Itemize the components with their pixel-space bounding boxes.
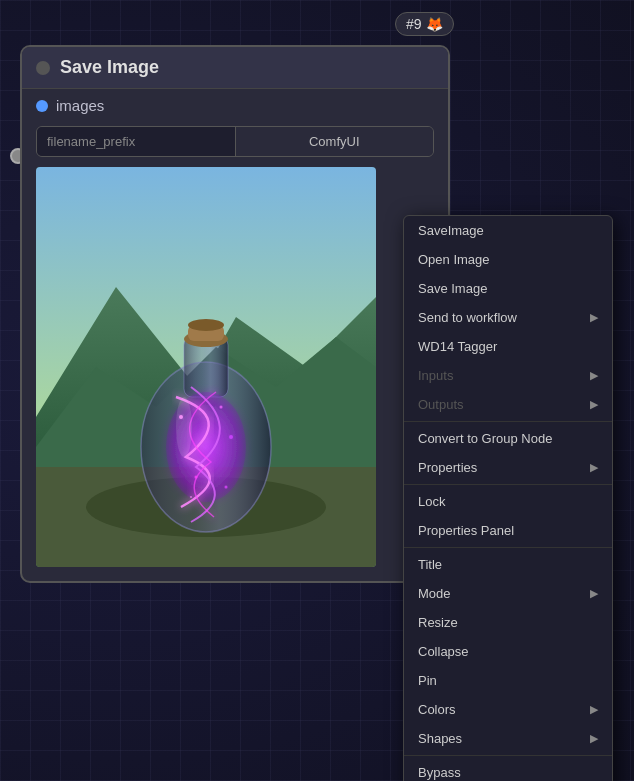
images-label: images xyxy=(56,97,104,114)
properties-item-label: Properties xyxy=(418,460,477,475)
node-status-dot xyxy=(36,61,50,75)
outputs-item-arrow-icon: ▶ xyxy=(590,398,598,411)
filename-value: ComfyUI xyxy=(236,127,434,156)
svg-point-16 xyxy=(190,496,192,498)
properties-item[interactable]: Properties▶ xyxy=(404,453,612,482)
colors-item-arrow-icon: ▶ xyxy=(590,703,598,716)
menu-divider xyxy=(404,421,612,422)
send-to-workflow-item[interactable]: Send to workflow▶ xyxy=(404,303,612,332)
wd14-tagger-item-label: WD14 Tagger xyxy=(418,339,497,354)
svg-point-9 xyxy=(188,319,224,331)
save-image-item[interactable]: SaveImage xyxy=(404,216,612,245)
colors-item-label: Colors xyxy=(418,702,456,717)
properties-item-arrow-icon: ▶ xyxy=(590,461,598,474)
images-dot xyxy=(36,100,48,112)
badge-number: #9 xyxy=(406,16,422,32)
filename-prefix-label: filename_prefix xyxy=(37,127,236,156)
inputs-item: Inputs▶ xyxy=(404,361,612,390)
inputs-item-label: Inputs xyxy=(418,368,453,383)
svg-point-15 xyxy=(220,406,223,409)
convert-group-node-item[interactable]: Convert to Group Node xyxy=(404,424,612,453)
lock-item[interactable]: Lock xyxy=(404,487,612,516)
pin-item-label: Pin xyxy=(418,673,437,688)
context-menu: SaveImageOpen ImageSave ImageSend to wor… xyxy=(403,215,613,781)
wd14-tagger-item[interactable]: WD14 Tagger xyxy=(404,332,612,361)
inputs-item-arrow-icon: ▶ xyxy=(590,369,598,382)
outputs-item: Outputs▶ xyxy=(404,390,612,419)
svg-point-14 xyxy=(195,476,198,479)
mode-item-label: Mode xyxy=(418,586,451,601)
pin-item[interactable]: Pin xyxy=(404,666,612,695)
images-row: images xyxy=(22,89,448,122)
menu-divider xyxy=(404,484,612,485)
shapes-item[interactable]: Shapes▶ xyxy=(404,724,612,753)
properties-panel-item[interactable]: Properties Panel xyxy=(404,516,612,545)
lock-item-label: Lock xyxy=(418,494,445,509)
filename-row: filename_prefix ComfyUI xyxy=(36,126,434,157)
open-image-item[interactable]: Open Image xyxy=(404,245,612,274)
convert-group-node-item-label: Convert to Group Node xyxy=(418,431,552,446)
title-item[interactable]: Title xyxy=(404,550,612,579)
svg-point-18 xyxy=(176,397,192,457)
colors-item[interactable]: Colors▶ xyxy=(404,695,612,724)
save-image-item2-label: Save Image xyxy=(418,281,487,296)
node-badge: #9 🦊 xyxy=(395,12,454,36)
title-item-label: Title xyxy=(418,557,442,572)
menu-divider xyxy=(404,547,612,548)
save-image-item-label: SaveImage xyxy=(418,223,484,238)
node-image xyxy=(36,167,376,567)
send-to-workflow-item-arrow-icon: ▶ xyxy=(590,311,598,324)
collapse-item[interactable]: Collapse xyxy=(404,637,612,666)
node-header: Save Image xyxy=(22,47,448,89)
bottle-scene-svg xyxy=(36,167,376,567)
bypass-item-label: Bypass xyxy=(418,765,461,780)
properties-panel-item-label: Properties Panel xyxy=(418,523,514,538)
save-image-item2[interactable]: Save Image xyxy=(404,274,612,303)
svg-point-13 xyxy=(229,435,233,439)
node-title: Save Image xyxy=(60,57,159,78)
menu-divider xyxy=(404,755,612,756)
badge-emoji: 🦊 xyxy=(426,16,443,32)
open-image-item-label: Open Image xyxy=(418,252,490,267)
mode-item[interactable]: Mode▶ xyxy=(404,579,612,608)
resize-item-label: Resize xyxy=(418,615,458,630)
svg-point-17 xyxy=(225,486,228,489)
shapes-item-arrow-icon: ▶ xyxy=(590,732,598,745)
collapse-item-label: Collapse xyxy=(418,644,469,659)
shapes-item-label: Shapes xyxy=(418,731,462,746)
resize-item[interactable]: Resize xyxy=(404,608,612,637)
save-image-node: Save Image images filename_prefix ComfyU… xyxy=(20,45,450,583)
outputs-item-label: Outputs xyxy=(418,397,464,412)
send-to-workflow-item-label: Send to workflow xyxy=(418,310,517,325)
mode-item-arrow-icon: ▶ xyxy=(590,587,598,600)
bypass-item[interactable]: Bypass xyxy=(404,758,612,781)
